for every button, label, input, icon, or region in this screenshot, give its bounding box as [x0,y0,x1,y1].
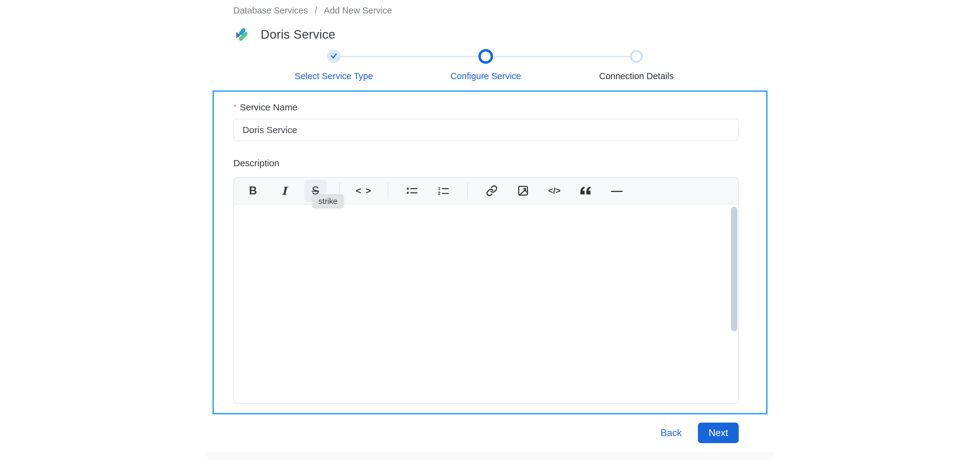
breadcrumb-separator: / [315,5,317,16]
step-connector-1 [340,56,479,58]
step-1-circle-completed[interactable] [327,50,340,63]
horizontal-rule-button[interactable]: — [606,180,628,202]
doris-logo-icon [235,27,249,42]
step-label-select-service-type[interactable]: Select Service Type [269,71,398,81]
check-icon [330,52,337,61]
ordered-list-icon: 1 2 [438,186,449,196]
next-button[interactable]: Next [698,423,739,443]
wizard-actions: Back Next [213,423,767,443]
quote-icon [580,186,591,195]
required-asterisk: * [233,102,237,111]
description-label: Description [233,158,739,168]
svg-text:2: 2 [438,191,441,196]
bullet-list-button[interactable] [401,180,423,202]
image-icon [517,185,529,196]
toolbar-divider [467,182,468,199]
step-label-connection-details[interactable]: Connection Details [572,71,701,81]
breadcrumb: Database Services / Add New Service [213,5,767,16]
stepper: Select Service Type Configure Service Co… [213,46,767,86]
description-text-area[interactable] [234,204,738,403]
page: Database Services / Add New Service Dori… [0,0,980,460]
service-name-label: * Service Name [233,102,739,113]
toolbar-divider [388,182,388,199]
svg-text:1: 1 [438,186,441,191]
content-column: Database Services / Add New Service Dori… [213,0,767,443]
back-button[interactable]: Back [660,428,682,439]
bullet-list-icon [406,186,418,196]
link-button[interactable] [481,180,503,202]
description-editor: B I S < > [233,177,739,404]
step-3-circle-pending[interactable] [630,50,643,63]
image-button[interactable] [512,180,534,202]
breadcrumb-add-new-service: Add New Service [324,5,392,16]
step-label-configure-service[interactable]: Configure Service [422,71,550,81]
editor-scrollbar-thumb[interactable] [731,207,737,331]
inline-code-button[interactable]: < > [353,180,375,202]
strike-tooltip: strike [313,195,343,208]
configure-service-panel: * Service Name Description B I S < > [213,91,767,414]
italic-button[interactable]: I [273,180,295,202]
link-icon [486,185,498,196]
editor-toolbar: B I S < > [234,177,738,204]
breadcrumb-database-services[interactable]: Database Services [233,5,308,16]
ordered-list-button[interactable]: 1 2 [433,180,455,202]
blockquote-button[interactable] [574,180,597,202]
next-section-edge [206,452,775,460]
page-title: Doris Service [261,27,335,42]
code-block-button[interactable]: </> [543,180,565,202]
service-name-input[interactable] [233,119,739,141]
service-name-label-text: Service Name [240,102,298,113]
page-header: Doris Service [213,27,767,42]
step-connector-2 [493,56,630,58]
bold-button[interactable]: B [242,180,264,202]
step-2-circle-active[interactable] [478,49,493,64]
